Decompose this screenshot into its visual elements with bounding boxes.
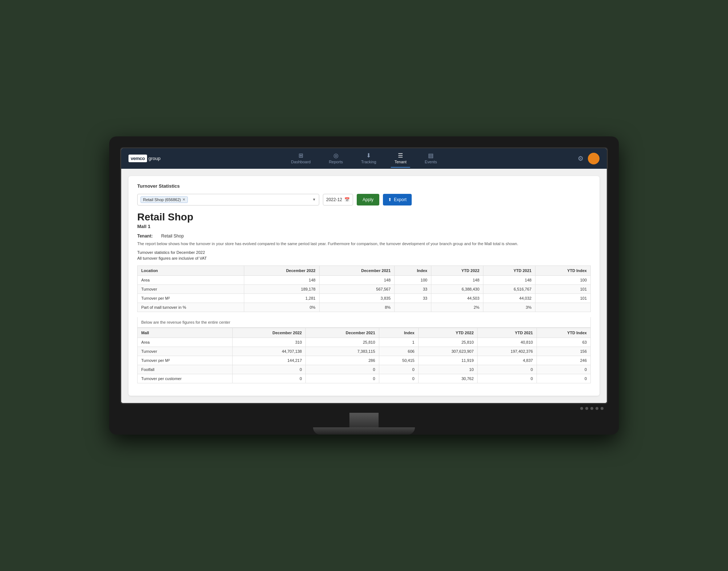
cell-ytd-index: 100 (535, 276, 591, 285)
col-mall: Mall (138, 328, 233, 338)
report-subtitle: Mall 1 (137, 224, 591, 229)
reports-icon: ◎ (333, 152, 339, 159)
cell-ytd2021: 0 (478, 365, 537, 374)
col-ytd-index: YTD Index (535, 266, 591, 276)
tenant-label: Tenant: (137, 233, 153, 239)
cell-index: 1 (379, 338, 418, 347)
nav-label-dashboard: Dashboard (291, 160, 311, 164)
cell-label: Turnover per M² (138, 356, 233, 365)
cell-ytd2021: 3% (483, 303, 535, 312)
nav-label-tracking: Tracking (361, 160, 376, 164)
report-title: Retail Shop (137, 211, 591, 223)
cell-index: 50,415 (379, 356, 418, 365)
tag-badge: Retail Shop (656862) ✕ (141, 196, 188, 203)
cell-ytd-index: 246 (537, 356, 590, 365)
cell-label: Footfall (138, 365, 233, 374)
monitor-dot (590, 407, 593, 410)
location-table: Location December 2022 December 2021 Ind… (137, 265, 591, 312)
cell-dec2022: 0% (244, 303, 319, 312)
cell-ytd-index: 63 (537, 338, 590, 347)
monitor-dot (580, 407, 583, 410)
col-mall-ytd-index: YTD Index (537, 328, 590, 338)
cell-dec2022: 1,281 (244, 294, 319, 303)
col-location: Location (138, 266, 244, 276)
dashboard-icon: ⊞ (298, 152, 303, 159)
tag-label: Retail Shop (656862) (143, 197, 181, 202)
monitor-dot (585, 407, 588, 410)
cell-index: 100 (395, 276, 431, 285)
page-title: Turnover Statistics (137, 183, 591, 189)
cell-label: Turnover per M² (138, 294, 244, 303)
cell-ytd2021: 197,402,376 (478, 347, 537, 356)
section-divider: Below are the revenue figures for the en… (137, 317, 591, 328)
nav-label-tenant: Tenant (395, 160, 407, 164)
col-index: Index (395, 266, 431, 276)
cell-ytd2021: 4,837 (478, 356, 537, 365)
dropdown-arrow-icon: ▼ (312, 197, 316, 201)
export-button[interactable]: ⬆ Export (383, 194, 412, 205)
nav-right: ⚙ (578, 153, 600, 164)
nav-item-tenant[interactable]: ☰ Tenant (391, 149, 410, 168)
cell-ytd-index: 101 (535, 294, 591, 303)
cell-dec2021: 0 (306, 365, 379, 374)
cell-index: 0 (379, 365, 418, 374)
col-mall-ytd2021: YTD 2021 (478, 328, 537, 338)
cell-ytd2021: 148 (483, 276, 535, 285)
table-row: Area 148 148 100 148 148 100 (138, 276, 591, 285)
cell-ytd2021: 0 (478, 374, 537, 383)
cell-ytd2022: 2% (431, 303, 483, 312)
nav-label-reports: Reports (329, 160, 343, 164)
apply-button[interactable]: Apply (357, 194, 379, 205)
cell-label: Turnover (138, 347, 233, 356)
tag-remove[interactable]: ✕ (182, 197, 185, 201)
cell-ytd2022: 148 (431, 276, 483, 285)
nav-items: ⊞ Dashboard ◎ Reports ⬇ Tracking ☰ Tenan… (288, 149, 441, 168)
table-row: Area 310 25,810 1 25,810 40,810 63 (138, 338, 591, 347)
stand-neck (349, 413, 379, 427)
stand-base (313, 427, 415, 435)
main-card: Turnover Statistics Retail Shop (656862)… (128, 176, 600, 396)
cell-index (395, 303, 431, 312)
nav-label-events: Events (425, 160, 437, 164)
table-row: Turnover 189,178 567,567 33 6,388,430 6,… (138, 285, 591, 294)
col-ytd2022: YTD 2022 (431, 266, 483, 276)
table-row: Turnover per customer 0 0 0 30,762 0 0 (138, 374, 591, 383)
settings-icon[interactable]: ⚙ (578, 155, 583, 163)
col-mall-dec2022: December 2022 (232, 328, 305, 338)
nav-bar: vemco group ⊞ Dashboard ◎ Reports ⬇ Trac… (121, 148, 607, 169)
table-row: Turnover per M² 144,217 286 50,415 11,91… (138, 356, 591, 365)
table-row: Part of mall turnover in % 0% 8% 2% 3% (138, 303, 591, 312)
monitor-dot (601, 407, 604, 410)
tenant-select[interactable]: Retail Shop (656862) ✕ ▼ (137, 194, 319, 205)
calendar-icon: 📅 (344, 197, 350, 202)
table-row: Turnover per M² 1,281 3,835 33 44,503 44… (138, 294, 591, 303)
cell-dec2022: 144,217 (232, 356, 305, 365)
cell-dec2022: 148 (244, 276, 319, 285)
cell-label: Turnover (138, 285, 244, 294)
user-avatar[interactable] (588, 153, 600, 164)
monitor-stand (120, 413, 608, 435)
cell-ytd2022: 44,503 (431, 294, 483, 303)
cell-label: Area (138, 276, 244, 285)
tenant-icon: ☰ (398, 152, 403, 159)
cell-dec2022: 189,178 (244, 285, 319, 294)
nav-item-dashboard[interactable]: ⊞ Dashboard (288, 149, 314, 168)
date-input[interactable]: 2022-12 📅 (323, 194, 353, 205)
date-value: 2022-12 (326, 197, 342, 202)
cell-ytd2022: 11,919 (418, 356, 478, 365)
cell-ytd-index: 0 (537, 365, 590, 374)
col-dec2022: December 2022 (244, 266, 319, 276)
cell-ytd2022: 6,388,430 (431, 285, 483, 294)
nav-item-events[interactable]: ▤ Events (421, 149, 441, 168)
cell-ytd-index: 156 (537, 347, 590, 356)
cell-dec2021: 8% (319, 303, 394, 312)
cell-ytd2021: 40,810 (478, 338, 537, 347)
export-icon: ⬆ (388, 197, 392, 202)
nav-item-tracking[interactable]: ⬇ Tracking (357, 149, 380, 168)
monitor-dot (596, 407, 598, 410)
cell-label: Turnover per customer (138, 374, 233, 383)
cell-dec2022: 0 (232, 365, 305, 374)
tenant-value: Retail Shop (161, 233, 184, 239)
nav-item-reports[interactable]: ◎ Reports (325, 149, 347, 168)
cell-label: Area (138, 338, 233, 347)
